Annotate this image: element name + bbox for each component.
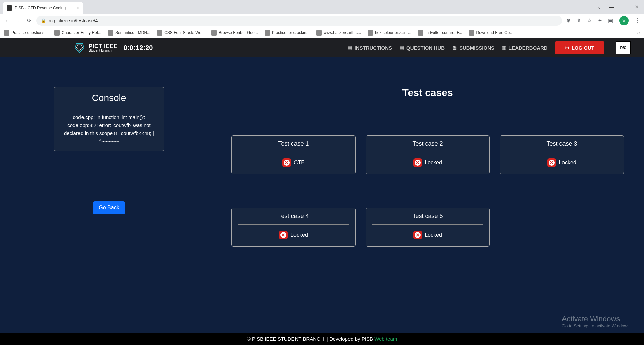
share-icon[interactable]: ⇪ [577, 17, 581, 24]
bookmark-favicon [265, 30, 270, 36]
menu-icon[interactable]: ⋮ [635, 17, 640, 24]
testcase-status: Locked [425, 232, 442, 238]
brand-subtitle: Student Branch [89, 49, 118, 52]
zoom-icon[interactable]: ⊕ [566, 17, 571, 24]
nav-question-hub[interactable]: ▤QUESTION HUB [399, 45, 445, 51]
bookmark-item[interactable]: Practice for crackin... [265, 30, 310, 36]
nav-leaderboard[interactable]: ▥LEADERBOARD [502, 45, 548, 51]
trophy-icon: ▥ [502, 45, 506, 51]
watermark-subtitle: Go to Settings to activate Windows. [562, 323, 631, 328]
close-window-icon[interactable]: ✕ [635, 4, 639, 10]
divider [238, 224, 349, 225]
console-panel: Console code.cpp: In function 'int main(… [54, 87, 164, 151]
bookmark-favicon [211, 30, 217, 36]
tab-title: PISB - CTD Reverse Coding [15, 6, 74, 10]
bookmark-favicon [108, 30, 113, 36]
bookmarks-overflow-icon[interactable]: » [637, 30, 640, 36]
nav-instructions[interactable]: ▤INSTRUCTIONS [347, 45, 392, 51]
bookmark-item[interactable]: Practice questions... [4, 30, 48, 36]
back-button[interactable]: ← [4, 18, 11, 24]
star-icon[interactable]: ☆ [587, 17, 592, 24]
bookmark-favicon [157, 30, 162, 36]
minimize-icon[interactable]: — [609, 4, 614, 10]
testcase-name: Test case 1 [238, 140, 349, 147]
testcase-status: Locked [290, 232, 308, 238]
bookmark-favicon [418, 30, 423, 36]
divider [61, 108, 157, 108]
testcase-name: Test case 2 [372, 140, 483, 147]
windows-watermark: Activate Windows Go to Settings to activ… [562, 315, 631, 328]
bookmark-item[interactable]: Character Entity Ref... [54, 30, 101, 36]
app-root: PICT IEEE Student Branch 0:0:12:20 ▤INST… [0, 38, 644, 345]
go-back-button[interactable]: Go Back [93, 201, 125, 214]
forward-button[interactable]: → [15, 18, 21, 24]
error-icon [413, 158, 422, 167]
logout-button[interactable]: ↦LOG OUT [555, 41, 604, 54]
bookmark-item[interactable]: www.hackerearth.c... [316, 30, 361, 36]
testcase-card[interactable]: Test case 1 CTE [231, 135, 356, 174]
divider [238, 152, 349, 152]
brand-title: PICT IEEE [89, 43, 118, 49]
bookmarks-bar: Practice questions... Character Entity R… [0, 27, 644, 38]
bookmark-item[interactable]: hex colour picker -... [368, 30, 411, 36]
browser-tab-strip: PISB - CTD Reverse Coding × + ⌄ — ▢ ✕ [0, 0, 644, 14]
error-icon [282, 158, 291, 167]
bookmark-item[interactable]: Browse Fonts - Goo... [211, 30, 258, 36]
bookmark-favicon [4, 30, 9, 36]
bookmark-favicon [316, 30, 322, 36]
footer-text: © PISB IEEE STUDENT BRANCH || Developed … [247, 336, 374, 342]
logout-icon: ↦ [565, 45, 570, 51]
list-icon: ▤ [347, 45, 352, 51]
chevron-down-icon[interactable]: ⌄ [597, 4, 601, 10]
lock-icon: 🔒 [41, 18, 46, 23]
divider [372, 152, 483, 152]
countdown-timer: 0:0:12:20 [124, 44, 153, 52]
browser-tab[interactable]: PISB - CTD Reverse Coding × [3, 2, 83, 14]
console-output: code.cpp: In function 'int main()': code… [61, 113, 157, 145]
testcase-card[interactable]: Test case 5 Locked [366, 208, 490, 247]
profile-avatar[interactable]: V [619, 16, 629, 25]
testcase-name: Test case 3 [506, 140, 618, 147]
testcase-name: Test case 5 [372, 213, 483, 220]
file-icon: 🗎 [452, 45, 457, 51]
bookmark-item[interactable]: fa-twitter-square: F... [418, 30, 462, 36]
tab-favicon [7, 5, 12, 11]
error-icon [413, 231, 422, 239]
console-title: Console [61, 93, 157, 104]
new-tab-button[interactable]: + [87, 4, 91, 11]
testcase-card[interactable]: Test case 4 Locked [231, 208, 356, 247]
app-footer: © PISB IEEE STUDENT BRANCH || Developed … [0, 333, 644, 345]
rc-logo: R/C [616, 41, 631, 54]
url-text: rc.pictieee.in/testcase/4 [49, 18, 98, 23]
testcase-status: Locked [559, 160, 576, 166]
url-input[interactable]: 🔒 rc.pictieee.in/testcase/4 [36, 16, 562, 26]
app-navbar: PICT IEEE Student Branch 0:0:12:20 ▤INST… [0, 38, 644, 57]
testcase-card[interactable]: Test case 3 Locked [500, 135, 624, 174]
testcase-name: Test case 4 [238, 213, 349, 220]
window-controls: ⌄ — ▢ ✕ [597, 4, 641, 10]
close-tab-icon[interactable]: × [76, 5, 79, 11]
bookmark-favicon [469, 30, 474, 36]
error-icon [547, 158, 556, 167]
bookmark-favicon [368, 30, 373, 36]
bookmark-item[interactable]: Download Free Op... [469, 30, 514, 36]
nav-submissions[interactable]: 🗎SUBMISSIONS [452, 45, 494, 51]
list-icon: ▤ [399, 45, 404, 51]
bookmark-item[interactable]: CSS Font Stack: We... [157, 30, 205, 36]
footer-link[interactable]: Web team [374, 336, 397, 342]
testcase-card[interactable]: Test case 2 Locked [366, 135, 490, 174]
brand[interactable]: PICT IEEE Student Branch [74, 42, 118, 53]
extensions-icon[interactable]: ✦ [598, 17, 602, 24]
error-icon [279, 231, 288, 239]
maximize-icon[interactable]: ▢ [622, 4, 627, 10]
side-panel-icon[interactable]: ▣ [608, 17, 613, 24]
bookmark-item[interactable]: Semantics - MDN... [108, 30, 150, 36]
reload-button[interactable]: ⟳ [25, 17, 32, 24]
address-bar: ← → ⟳ 🔒 rc.pictieee.in/testcase/4 ⊕ ⇪ ☆ … [0, 14, 644, 27]
testcases-title: Test cases [231, 87, 624, 98]
bookmark-favicon [54, 30, 60, 36]
divider [506, 152, 618, 152]
watermark-title: Activate Windows [562, 315, 631, 323]
divider [372, 224, 483, 225]
brand-logo-icon [74, 42, 85, 53]
